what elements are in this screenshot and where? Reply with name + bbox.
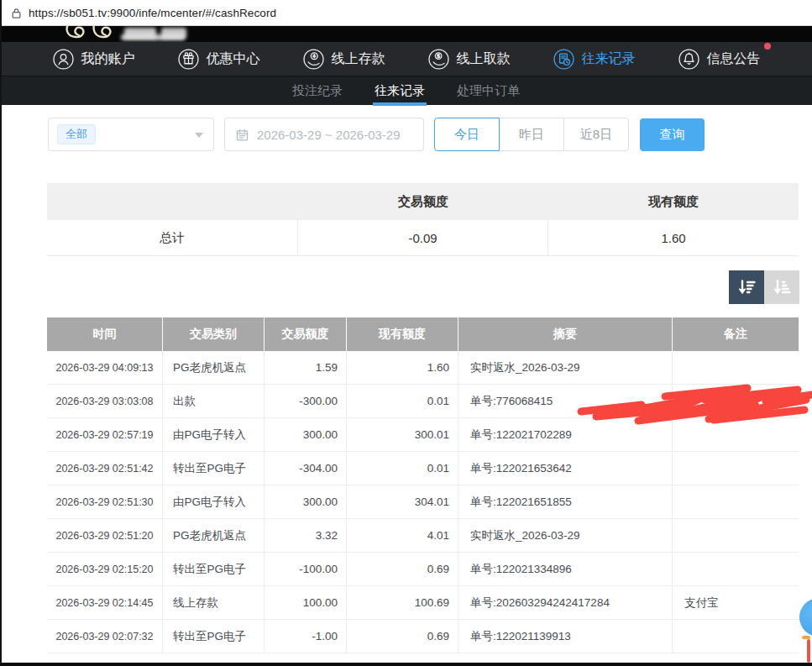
cell-summary: 单号:202603294242417284 <box>458 586 673 619</box>
table-row: 2026-03-29 02:51:30 由PG电子转入 300.00 304.0… <box>47 485 799 519</box>
records-icon <box>553 48 575 71</box>
cell-summary: 单号:122021651855 <box>458 485 673 518</box>
nav-item-cash-records[interactable]: 往来记录 <box>553 48 636 71</box>
logo-redaction-block <box>121 34 185 40</box>
filter-row: 全部 2026-03-29 ~ 2026-03-29 今日 昨日 近8日 查询 <box>48 118 705 151</box>
summary-balance-total: 1.60 <box>548 220 799 255</box>
cell-balance: 4.01 <box>347 519 458 552</box>
site-logo-strip <box>0 26 812 42</box>
cell-transaction-amount: -100.00 <box>265 553 347 585</box>
lock-icon <box>10 7 23 19</box>
cell-type: 由PG电子转入 <box>163 485 265 518</box>
cell-time: 2026-03-29 02:07:32 <box>47 620 163 653</box>
main-nav: 我的账户 优惠中心 线上存款 线上取款 <box>0 42 812 76</box>
user-icon <box>52 48 75 71</box>
cell-type: PG老虎机返点 <box>163 351 265 384</box>
table-row: 2026-03-29 03:03:08 出款 -300.00 0.01 单号:7… <box>47 385 799 418</box>
cell-time: 2026-03-29 02:51:20 <box>47 519 163 552</box>
cell-summary: 单号:776068415 <box>458 385 673 417</box>
date-range-picker[interactable]: 2026-03-29 ~ 2026-03-29 <box>224 118 424 151</box>
cell-balance: 0.01 <box>347 452 458 485</box>
transactions-header: 时间 交易类别 交易额度 现有额度 摘要 备注 <box>47 317 799 351</box>
nav-item-my-account[interactable]: 我的账户 <box>52 48 135 71</box>
cell-transaction-amount: 100.00 <box>265 586 347 619</box>
cell-type: 线上存款 <box>163 586 265 619</box>
cell-balance: 304.01 <box>347 485 458 518</box>
col-header-summary: 摘要 <box>458 317 673 351</box>
nav-item-announcements[interactable]: 信息公告 <box>678 48 761 71</box>
summary-total-row: 总计 -0.09 1.60 <box>47 220 799 256</box>
quick-date-group: 今日 昨日 近8日 <box>434 118 629 151</box>
cell-type: 由PG电子转入 <box>163 418 265 451</box>
tab-pending-orders[interactable]: 处理中订单 <box>455 76 521 106</box>
nav-item-promotions[interactable]: 优惠中心 <box>177 48 260 71</box>
sort-ascending-icon[interactable] <box>764 270 799 304</box>
calendar-icon <box>235 128 249 142</box>
summary-header-row: 交易额度 现有额度 <box>47 183 799 220</box>
cell-note <box>673 519 799 552</box>
withdraw-icon <box>427 48 450 71</box>
customer-service-float-button[interactable] <box>799 598 812 637</box>
gift-icon <box>177 48 200 71</box>
cell-transaction-amount: 300.00 <box>265 485 347 518</box>
cell-time: 2026-03-29 02:51:30 <box>47 485 163 518</box>
table-row: 2026-03-29 02:14:45 线上存款 100.00 100.69 单… <box>47 586 799 620</box>
table-row: 2026-03-29 02:51:20 PG老虎机返点 3.32 4.01 实时… <box>47 519 799 553</box>
sort-descending-icon[interactable] <box>729 270 764 304</box>
notification-badge <box>764 43 771 50</box>
nav-label: 往来记录 <box>582 50 636 68</box>
table-row: 2026-03-29 02:57:19 由PG电子转入 300.00 300.0… <box>47 418 799 452</box>
summary-header-empty <box>47 183 298 220</box>
cell-time: 2026-03-29 04:09:13 <box>47 351 163 384</box>
summary-table: 交易额度 现有额度 总计 -0.09 1.60 <box>47 183 799 256</box>
address-bar[interactable]: https://sb051.tv:9900/infe/mcenter/#/cas… <box>0 0 812 26</box>
window-bottom-edge <box>0 663 812 666</box>
last-8-days-button[interactable]: 近8日 <box>563 118 629 151</box>
cell-type: 转出至PG电子 <box>163 553 265 585</box>
cell-note <box>673 418 799 451</box>
cell-summary: 实时返水_2026-03-29 <box>458 519 673 552</box>
browser-window: https://sb051.tv:9900/infe/mcenter/#/cas… <box>0 0 812 666</box>
cell-type: PG老虎机返点 <box>163 519 265 552</box>
transactions-table: 时间 交易类别 交易额度 现有额度 摘要 备注 2026-03-29 04:09… <box>47 317 799 653</box>
yesterday-button[interactable]: 昨日 <box>499 118 564 151</box>
nav-item-deposit[interactable]: 线上存款 <box>302 48 385 71</box>
cell-transaction-amount: -304.00 <box>265 452 347 485</box>
summary-header-transaction: 交易额度 <box>298 183 548 220</box>
subtab-bar: 投注纪录 往来记录 处理中订单 <box>0 76 812 105</box>
cell-time: 2026-03-29 03:03:08 <box>47 385 163 417</box>
nav-label: 线上取款 <box>457 50 511 68</box>
cell-time: 2026-03-29 02:14:45 <box>47 586 163 619</box>
summary-header-balance: 现有额度 <box>548 183 799 220</box>
cell-time: 2026-03-29 02:15:20 <box>47 553 163 585</box>
table-row: 2026-03-29 02:07:32 转出至PG电子 -1.00 0.69 单… <box>47 620 799 653</box>
date-range-value: 2026-03-29 ~ 2026-03-29 <box>257 128 401 142</box>
tab-cash-records[interactable]: 往来记录 <box>373 76 427 106</box>
nav-label: 我的账户 <box>81 50 135 68</box>
cell-transaction-amount: -1.00 <box>265 620 347 653</box>
cell-balance: 100.69 <box>347 586 458 619</box>
cell-transaction-amount: -300.00 <box>265 385 347 417</box>
nav-item-withdraw[interactable]: 线上取款 <box>427 48 511 71</box>
selected-type-tag[interactable]: 全部 <box>57 124 96 144</box>
cell-type: 出款 <box>163 385 265 417</box>
sort-controls <box>729 270 799 304</box>
cell-summary: 单号:122021653642 <box>458 452 673 485</box>
cell-time: 2026-03-29 02:57:19 <box>47 418 163 451</box>
col-header-time: 时间 <box>47 317 163 351</box>
search-button[interactable]: 查询 <box>640 118 705 151</box>
tab-bet-records[interactable]: 投注纪录 <box>291 76 344 106</box>
table-row: 2026-03-29 04:09:13 PG老虎机返点 1.59 1.60 实时… <box>47 351 799 385</box>
col-header-transaction-amount: 交易额度 <box>265 317 347 351</box>
chevron-down-icon <box>195 133 203 138</box>
bell-icon <box>678 48 700 71</box>
col-header-note: 备注 <box>673 317 799 351</box>
cell-note <box>673 485 799 518</box>
url-text: https://sb051.tv:9900/infe/mcenter/#/cas… <box>29 7 276 19</box>
deposit-icon <box>302 48 325 71</box>
today-button[interactable]: 今日 <box>434 118 500 151</box>
type-select[interactable]: 全部 <box>48 118 214 151</box>
cell-note <box>673 385 799 417</box>
cell-balance: 300.01 <box>347 418 458 451</box>
summary-total-label: 总计 <box>47 220 298 255</box>
